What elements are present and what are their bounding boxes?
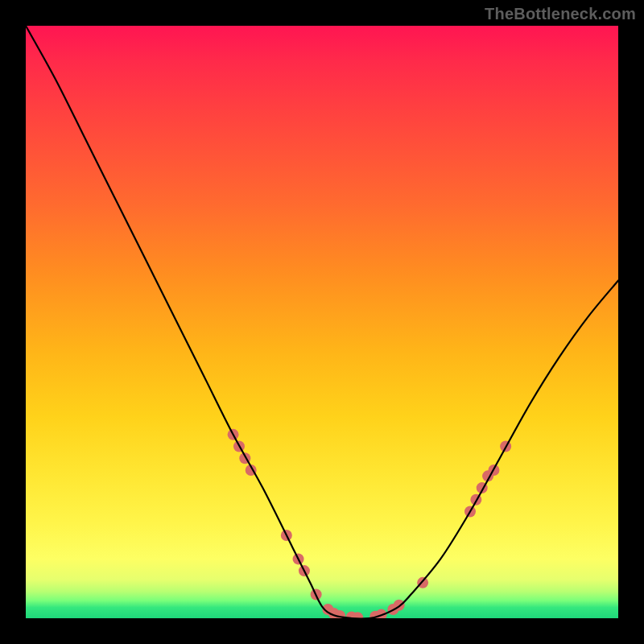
bottleneck-curve bbox=[26, 26, 618, 618]
curve-markers bbox=[228, 429, 512, 618]
watermark-text: TheBottleneck.com bbox=[485, 5, 636, 23]
curve-layer bbox=[26, 26, 618, 618]
plot-area bbox=[26, 26, 618, 618]
chart-frame: TheBottleneck.com bbox=[0, 0, 644, 644]
